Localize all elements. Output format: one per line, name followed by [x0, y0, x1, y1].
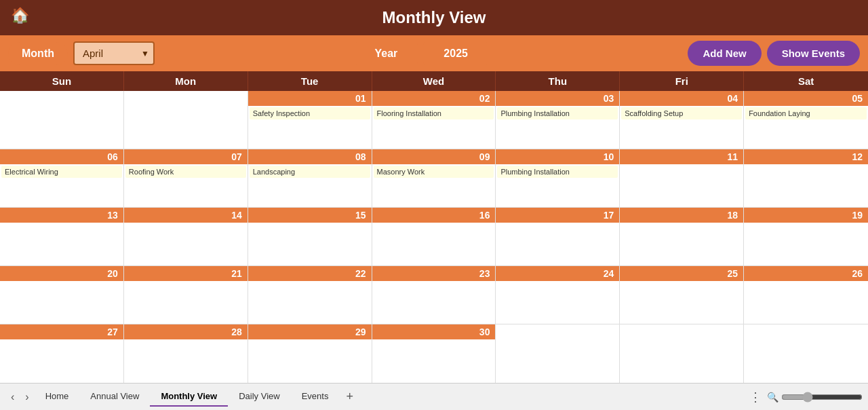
- month-label: Month: [8, 42, 68, 65]
- calendar-cell[interactable]: 19: [744, 208, 868, 265]
- tab-daily-view[interactable]: Daily View: [228, 387, 290, 407]
- day-headers: Sun Mon Tue Wed Thu Fri Sat: [0, 71, 868, 91]
- cell-date: 01: [248, 91, 372, 106]
- calendar-cell[interactable]: 07Roofing Work: [124, 149, 248, 207]
- cell-date: 03: [496, 91, 619, 106]
- app-header: 🏠 Monthly View: [0, 0, 868, 35]
- cell-date: 08: [248, 149, 372, 164]
- calendar-cell[interactable]: 20: [0, 266, 124, 324]
- cell-date: 22: [248, 266, 372, 281]
- cell-event[interactable]: Foundation Laying: [745, 107, 867, 119]
- calendar-cell[interactable]: 04Scaffolding Setup: [620, 91, 744, 149]
- cell-event[interactable]: Plumbing Installation: [497, 166, 618, 178]
- calendar-week-3: 13141516171819: [0, 208, 868, 266]
- calendar-cell[interactable]: 21: [124, 266, 248, 324]
- calendar-week-5: 27282930: [0, 324, 868, 383]
- cell-date: 18: [620, 208, 743, 223]
- calendar-cell[interactable]: [496, 324, 620, 383]
- calendar-cell[interactable]: 03Plumbing Installation: [496, 91, 620, 149]
- calendar-cell[interactable]: 24: [496, 266, 620, 324]
- calendar-cell[interactable]: 22: [248, 266, 372, 324]
- month-select-wrapper: JanuaryFebruaryMarchAprilMayJuneJulyAugu…: [73, 41, 155, 65]
- calendar-cell[interactable]: [0, 91, 124, 149]
- header-wed: Wed: [372, 71, 496, 91]
- cell-date: 11: [620, 149, 743, 164]
- cell-date: 16: [372, 208, 496, 223]
- show-events-button[interactable]: Show Events: [767, 41, 860, 66]
- calendar: Sun Mon Tue Wed Thu Fri Sat 01Safety Ins…: [0, 71, 868, 383]
- home-icon[interactable]: 🏠: [11, 7, 29, 24]
- cell-date: 02: [372, 91, 496, 106]
- add-new-button[interactable]: Add New: [688, 41, 761, 66]
- cell-event[interactable]: Safety Inspection: [250, 107, 370, 119]
- add-tab-button[interactable]: +: [339, 390, 360, 404]
- calendar-cell[interactable]: [620, 324, 744, 383]
- cell-event[interactable]: Electrical Wiring: [1, 166, 122, 178]
- tabs-container: HomeAnnual ViewMonthly ViewDaily ViewEve…: [35, 387, 340, 407]
- cell-date: 21: [124, 266, 248, 281]
- calendar-cell[interactable]: 09Masonry Work: [372, 149, 496, 207]
- tab-events[interactable]: Events: [291, 387, 340, 407]
- calendar-cell[interactable]: 02Flooring Installation: [372, 91, 496, 149]
- calendar-cell[interactable]: 23: [372, 266, 496, 324]
- calendar-cell[interactable]: [124, 91, 248, 149]
- cell-date: 14: [124, 208, 248, 223]
- calendar-cell[interactable]: 06Electrical Wiring: [0, 149, 124, 207]
- calendar-cell[interactable]: 18: [620, 208, 744, 265]
- nav-next-button[interactable]: ›: [20, 388, 34, 406]
- cell-date: 30: [372, 324, 496, 339]
- calendar-cell[interactable]: [744, 324, 868, 383]
- tab-monthly-view[interactable]: Monthly View: [150, 387, 228, 407]
- calendar-cell[interactable]: 26: [744, 266, 868, 324]
- cell-event[interactable]: Landscaping: [250, 166, 370, 178]
- cell-event[interactable]: Roofing Work: [125, 166, 246, 178]
- zoom-out-icon: 🔍: [767, 392, 778, 403]
- calendar-cell[interactable]: 29: [248, 324, 372, 383]
- cell-date: 17: [496, 208, 619, 223]
- calendar-week-2: 06Electrical Wiring07Roofing Work08Lands…: [0, 149, 868, 208]
- cell-date: 05: [744, 91, 868, 106]
- cell-event[interactable]: Masonry Work: [374, 166, 494, 178]
- app-title: Monthly View: [382, 8, 486, 26]
- calendar-cell[interactable]: 13: [0, 208, 124, 265]
- zoom-controls: 🔍: [767, 392, 863, 403]
- cell-date: 20: [0, 266, 123, 281]
- calendar-cell[interactable]: 30: [372, 324, 496, 383]
- header-tue: Tue: [248, 71, 372, 91]
- cell-date: 15: [248, 208, 372, 223]
- cell-event[interactable]: Flooring Installation: [374, 107, 494, 119]
- bottom-bar: ‹ › HomeAnnual ViewMonthly ViewDaily Vie…: [0, 383, 868, 410]
- calendar-cell[interactable]: 12: [744, 149, 868, 207]
- calendar-cell[interactable]: 15: [248, 208, 372, 265]
- more-options-icon[interactable]: ⋮: [744, 390, 767, 405]
- calendar-cell[interactable]: 10Plumbing Installation: [496, 149, 620, 207]
- cell-date: 07: [124, 149, 248, 164]
- cell-date: 24: [496, 266, 619, 281]
- calendar-cell[interactable]: 28: [124, 324, 248, 383]
- calendar-cell[interactable]: 14: [124, 208, 248, 265]
- zoom-slider[interactable]: [781, 392, 863, 403]
- calendar-cell[interactable]: 05Foundation Laying: [744, 91, 868, 149]
- month-select[interactable]: JanuaryFebruaryMarchAprilMayJuneJulyAugu…: [73, 41, 155, 65]
- calendar-cell[interactable]: 17: [496, 208, 620, 265]
- cell-event[interactable]: Plumbing Installation: [497, 107, 618, 119]
- calendar-cell[interactable]: 11: [620, 149, 744, 207]
- cell-date: 12: [744, 149, 868, 164]
- calendar-cell[interactable]: 25: [620, 266, 744, 324]
- nav-prev-button[interactable]: ‹: [5, 388, 20, 406]
- cell-date: 13: [0, 208, 123, 223]
- cell-date: 10: [496, 149, 619, 164]
- cell-date: 09: [372, 149, 496, 164]
- calendar-cell[interactable]: 16: [372, 208, 496, 265]
- header-fri: Fri: [620, 71, 744, 91]
- cell-date: 25: [620, 266, 743, 281]
- calendar-cell[interactable]: 27: [0, 324, 124, 383]
- cell-date: 29: [248, 324, 372, 339]
- cell-event[interactable]: Scaffolding Setup: [621, 107, 742, 119]
- year-value: 2025: [423, 42, 488, 65]
- header-mon: Mon: [124, 71, 248, 91]
- calendar-cell[interactable]: 01Safety Inspection: [248, 91, 372, 149]
- tab-home[interactable]: Home: [35, 387, 80, 407]
- calendar-cell[interactable]: 08Landscaping: [248, 149, 372, 207]
- tab-annual-view[interactable]: Annual View: [79, 387, 150, 407]
